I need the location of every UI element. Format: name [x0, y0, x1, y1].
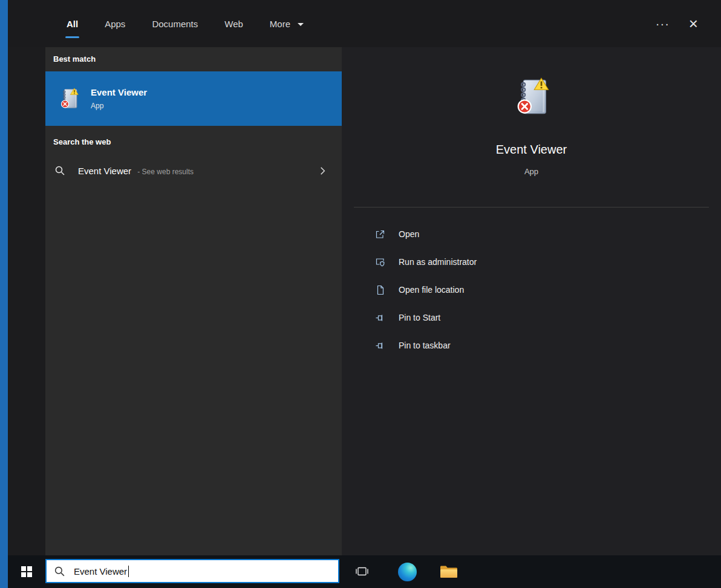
file-explorer-icon: [440, 564, 458, 579]
chevron-down-icon: [298, 23, 304, 26]
tab-web[interactable]: Web: [223, 16, 244, 32]
action-pin-to-taskbar[interactable]: Pin to taskbar: [342, 332, 721, 359]
event-viewer-icon: [57, 87, 80, 110]
action-run-as-administrator[interactable]: Run as administrator: [342, 248, 721, 276]
search-icon: [54, 165, 65, 176]
tab-all[interactable]: All: [65, 16, 79, 32]
more-options-button[interactable]: ···: [656, 19, 670, 28]
tab-apps-label: Apps: [105, 19, 125, 29]
best-match-result[interactable]: Event Viewer App: [45, 71, 342, 126]
tab-apps[interactable]: Apps: [103, 16, 126, 32]
tab-all-label: All: [67, 19, 78, 29]
chevron-right-icon: [318, 166, 327, 175]
edge-browser-button[interactable]: [390, 555, 424, 588]
tab-web-label: Web: [224, 19, 243, 29]
tab-documents-label: Documents: [152, 19, 198, 29]
close-button[interactable]: ×: [689, 18, 698, 30]
action-run-as-admin-label: Run as administrator: [399, 257, 477, 267]
detail-subtitle: App: [342, 167, 721, 176]
taskbar: Event Viewer: [0, 555, 721, 588]
action-open-file-location[interactable]: Open file location: [342, 276, 721, 304]
search-web-heading: Search the web: [53, 137, 111, 146]
start-button[interactable]: [12, 555, 41, 588]
windows-logo-icon: [21, 566, 32, 577]
action-open-file-location-label: Open file location: [399, 285, 464, 295]
header-actions: ··· ×: [656, 18, 721, 30]
pin-icon: [375, 313, 385, 323]
task-view-button[interactable]: [345, 555, 379, 588]
tab-more-label: More: [270, 19, 290, 29]
best-match-title: Event Viewer: [91, 87, 147, 97]
edge-icon: [398, 563, 417, 581]
file-explorer-button[interactable]: [432, 555, 466, 588]
tab-documents[interactable]: Documents: [151, 16, 199, 32]
action-open-label: Open: [399, 229, 419, 239]
windows-search-screen: All Apps Documents Web More ··· ×: [0, 0, 721, 588]
web-result-suffix: - See web results: [137, 168, 194, 176]
web-search-result[interactable]: Event Viewer - See web results: [45, 155, 342, 186]
search-icon: [54, 566, 65, 577]
action-pin-to-start[interactable]: Pin to Start: [342, 304, 721, 332]
taskbar-search-input[interactable]: Event Viewer: [45, 559, 339, 583]
pin-icon: [375, 341, 385, 351]
detail-panel: Event Viewer App Open Run as administrat…: [342, 47, 721, 555]
tab-more[interactable]: More: [269, 16, 305, 32]
best-match-subtitle: App: [91, 102, 147, 110]
action-list: Open Run as administrator Open file loca…: [342, 220, 721, 359]
desktop-edge: [0, 0, 8, 588]
search-filter-bar: All Apps Documents Web More ··· ×: [8, 0, 721, 47]
filter-tabs: All Apps Documents Web More: [8, 16, 305, 32]
best-match-heading: Best match: [53, 54, 96, 64]
open-file-location-icon: [375, 285, 385, 295]
run-as-admin-icon: [375, 257, 385, 267]
task-view-icon: [354, 564, 370, 579]
web-result-query: Event Viewer: [78, 166, 131, 176]
divider: [354, 207, 709, 207]
open-icon: [375, 229, 385, 240]
results-panel: Best match Event Viewer App Search the w…: [45, 47, 342, 555]
web-result-text: Event Viewer - See web results: [78, 166, 194, 176]
best-match-text: Event Viewer App: [91, 87, 147, 110]
action-open[interactable]: Open: [342, 220, 721, 248]
text-cursor: [128, 566, 129, 577]
search-flyout: All Apps Documents Web More ··· ×: [8, 0, 721, 555]
action-pin-to-start-label: Pin to Start: [399, 313, 440, 322]
action-pin-to-taskbar-label: Pin to taskbar: [399, 341, 451, 350]
event-viewer-icon-large: [511, 76, 552, 117]
detail-title: Event Viewer: [342, 143, 721, 157]
taskbar-search-value: Event Viewer: [74, 566, 127, 577]
